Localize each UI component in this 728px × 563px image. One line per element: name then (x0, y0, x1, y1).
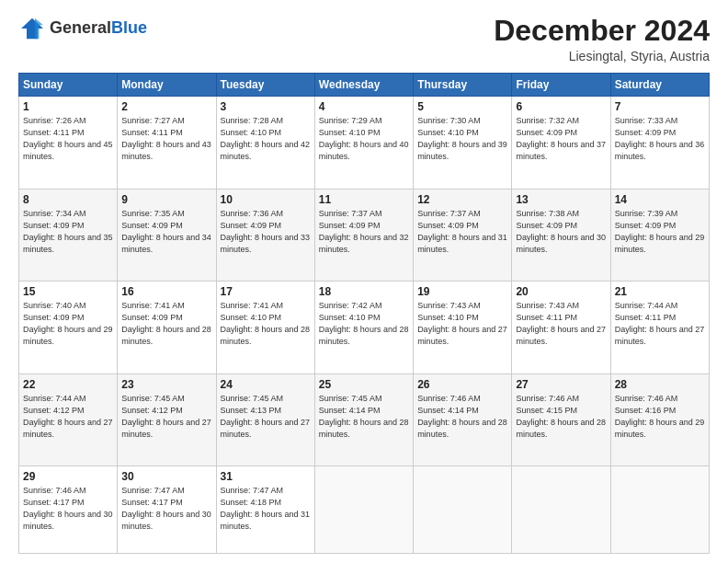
table-row: 22Sunrise: 7:44 AMSunset: 4:12 PMDayligh… (19, 373, 118, 466)
day-info: Sunrise: 7:35 AMSunset: 4:09 PMDaylight:… (121, 208, 211, 256)
table-row: 3Sunrise: 7:28 AMSunset: 4:10 PMDaylight… (216, 97, 314, 190)
day-info: Sunrise: 7:47 AMSunset: 4:18 PMDaylight:… (221, 485, 311, 533)
page: GeneralBlue December 2024 Liesingtal, St… (0, 0, 728, 563)
table-row: 17Sunrise: 7:41 AMSunset: 4:10 PMDayligh… (216, 282, 314, 374)
day-info: Sunrise: 7:46 AMSunset: 4:14 PMDaylight:… (417, 393, 507, 441)
day-info: Sunrise: 7:37 AMSunset: 4:09 PMDaylight:… (319, 208, 409, 256)
page-title: December 2024 (494, 15, 710, 47)
table-row: 15Sunrise: 7:40 AMSunset: 4:09 PMDayligh… (19, 282, 118, 374)
table-row (414, 466, 512, 554)
day-number: 31 (221, 470, 311, 483)
table-row: 30Sunrise: 7:47 AMSunset: 4:17 PMDayligh… (118, 466, 216, 554)
day-info: Sunrise: 7:46 AMSunset: 4:15 PMDaylight:… (516, 393, 606, 441)
table-row: 7Sunrise: 7:33 AMSunset: 4:09 PMDaylight… (610, 97, 709, 190)
day-number: 23 (121, 378, 211, 391)
col-friday: Friday (512, 74, 610, 97)
header-row: Sunday Monday Tuesday Wednesday Thursday… (19, 74, 710, 97)
calendar-body: 1Sunrise: 7:26 AMSunset: 4:11 PMDaylight… (19, 97, 710, 554)
day-info: Sunrise: 7:37 AMSunset: 4:09 PMDaylight:… (417, 208, 507, 256)
day-info: Sunrise: 7:40 AMSunset: 4:09 PMDaylight:… (23, 300, 113, 348)
day-number: 6 (516, 100, 606, 113)
week-row-3: 15Sunrise: 7:40 AMSunset: 4:09 PMDayligh… (19, 282, 710, 374)
table-row (610, 466, 709, 554)
table-row: 24Sunrise: 7:45 AMSunset: 4:13 PMDayligh… (216, 373, 314, 466)
svg-marker-0 (21, 18, 43, 40)
table-row: 5Sunrise: 7:30 AMSunset: 4:10 PMDaylight… (414, 97, 512, 190)
day-info: Sunrise: 7:42 AMSunset: 4:10 PMDaylight:… (319, 300, 409, 348)
logo-text: GeneralBlue (50, 19, 147, 38)
table-row: 23Sunrise: 7:45 AMSunset: 4:12 PMDayligh… (118, 373, 216, 466)
table-row (314, 466, 413, 554)
table-row: 28Sunrise: 7:46 AMSunset: 4:16 PMDayligh… (610, 373, 709, 466)
table-row: 25Sunrise: 7:45 AMSunset: 4:14 PMDayligh… (314, 373, 413, 466)
header: GeneralBlue December 2024 Liesingtal, St… (18, 15, 710, 63)
table-row: 19Sunrise: 7:43 AMSunset: 4:10 PMDayligh… (414, 282, 512, 374)
day-number: 12 (417, 193, 507, 206)
day-number: 3 (221, 100, 311, 113)
col-monday: Monday (118, 74, 216, 97)
col-tuesday: Tuesday (216, 74, 314, 97)
day-number: 22 (23, 378, 113, 391)
day-number: 10 (221, 193, 311, 206)
day-number: 16 (121, 285, 211, 298)
day-number: 7 (615, 100, 705, 113)
col-sunday: Sunday (19, 74, 118, 97)
day-number: 9 (121, 193, 211, 206)
day-info: Sunrise: 7:38 AMSunset: 4:09 PMDaylight:… (516, 208, 606, 256)
day-number: 28 (615, 378, 705, 391)
table-row: 27Sunrise: 7:46 AMSunset: 4:15 PMDayligh… (512, 373, 610, 466)
table-row: 31Sunrise: 7:47 AMSunset: 4:18 PMDayligh… (216, 466, 314, 554)
week-row-4: 22Sunrise: 7:44 AMSunset: 4:12 PMDayligh… (19, 373, 710, 466)
day-info: Sunrise: 7:28 AMSunset: 4:10 PMDaylight:… (221, 115, 311, 163)
table-row: 14Sunrise: 7:39 AMSunset: 4:09 PMDayligh… (610, 189, 709, 282)
day-number: 11 (319, 193, 409, 206)
table-row: 18Sunrise: 7:42 AMSunset: 4:10 PMDayligh… (314, 282, 413, 374)
logo-blue: Blue (111, 18, 147, 37)
table-row: 12Sunrise: 7:37 AMSunset: 4:09 PMDayligh… (414, 189, 512, 282)
table-row: 4Sunrise: 7:29 AMSunset: 4:10 PMDaylight… (314, 97, 413, 190)
day-info: Sunrise: 7:33 AMSunset: 4:09 PMDaylight:… (615, 115, 705, 163)
calendar-table: Sunday Monday Tuesday Wednesday Thursday… (18, 73, 710, 554)
week-row-5: 29Sunrise: 7:46 AMSunset: 4:17 PMDayligh… (19, 466, 710, 554)
table-row: 2Sunrise: 7:27 AMSunset: 4:11 PMDaylight… (118, 97, 216, 190)
day-info: Sunrise: 7:30 AMSunset: 4:10 PMDaylight:… (417, 115, 507, 163)
table-row: 10Sunrise: 7:36 AMSunset: 4:09 PMDayligh… (216, 189, 314, 282)
calendar-header: Sunday Monday Tuesday Wednesday Thursday… (19, 74, 710, 97)
table-row: 6Sunrise: 7:32 AMSunset: 4:09 PMDaylight… (512, 97, 610, 190)
day-number: 8 (23, 193, 113, 206)
day-info: Sunrise: 7:45 AMSunset: 4:13 PMDaylight:… (221, 393, 311, 441)
day-info: Sunrise: 7:32 AMSunset: 4:09 PMDaylight:… (516, 115, 606, 163)
day-number: 15 (23, 285, 113, 298)
day-number: 20 (516, 285, 606, 298)
table-row: 21Sunrise: 7:44 AMSunset: 4:11 PMDayligh… (610, 282, 709, 374)
page-subtitle: Liesingtal, Styria, Austria (494, 49, 710, 63)
day-number: 19 (417, 285, 507, 298)
table-row (512, 466, 610, 554)
col-saturday: Saturday (610, 74, 709, 97)
day-number: 26 (417, 378, 507, 391)
day-info: Sunrise: 7:46 AMSunset: 4:16 PMDaylight:… (615, 393, 705, 441)
day-number: 21 (615, 285, 705, 298)
table-row: 16Sunrise: 7:41 AMSunset: 4:09 PMDayligh… (118, 282, 216, 374)
day-info: Sunrise: 7:45 AMSunset: 4:14 PMDaylight:… (319, 393, 409, 441)
day-number: 30 (121, 470, 211, 483)
day-number: 5 (417, 100, 507, 113)
week-row-1: 1Sunrise: 7:26 AMSunset: 4:11 PMDaylight… (19, 97, 710, 190)
day-info: Sunrise: 7:36 AMSunset: 4:09 PMDaylight:… (221, 208, 311, 256)
table-row: 8Sunrise: 7:34 AMSunset: 4:09 PMDaylight… (19, 189, 118, 282)
day-info: Sunrise: 7:27 AMSunset: 4:11 PMDaylight:… (121, 115, 211, 163)
day-number: 17 (221, 285, 311, 298)
table-row: 26Sunrise: 7:46 AMSunset: 4:14 PMDayligh… (414, 373, 512, 466)
day-info: Sunrise: 7:41 AMSunset: 4:09 PMDaylight:… (121, 300, 211, 348)
day-info: Sunrise: 7:47 AMSunset: 4:17 PMDaylight:… (121, 485, 211, 533)
table-row: 1Sunrise: 7:26 AMSunset: 4:11 PMDaylight… (19, 97, 118, 190)
logo-icon (18, 15, 46, 42)
day-info: Sunrise: 7:39 AMSunset: 4:09 PMDaylight:… (615, 208, 705, 256)
table-row: 13Sunrise: 7:38 AMSunset: 4:09 PMDayligh… (512, 189, 610, 282)
table-row: 20Sunrise: 7:43 AMSunset: 4:11 PMDayligh… (512, 282, 610, 374)
logo-general: General (50, 18, 111, 37)
day-number: 2 (121, 100, 211, 113)
table-row: 29Sunrise: 7:46 AMSunset: 4:17 PMDayligh… (19, 466, 118, 554)
day-info: Sunrise: 7:46 AMSunset: 4:17 PMDaylight:… (23, 485, 113, 533)
day-number: 27 (516, 378, 606, 391)
